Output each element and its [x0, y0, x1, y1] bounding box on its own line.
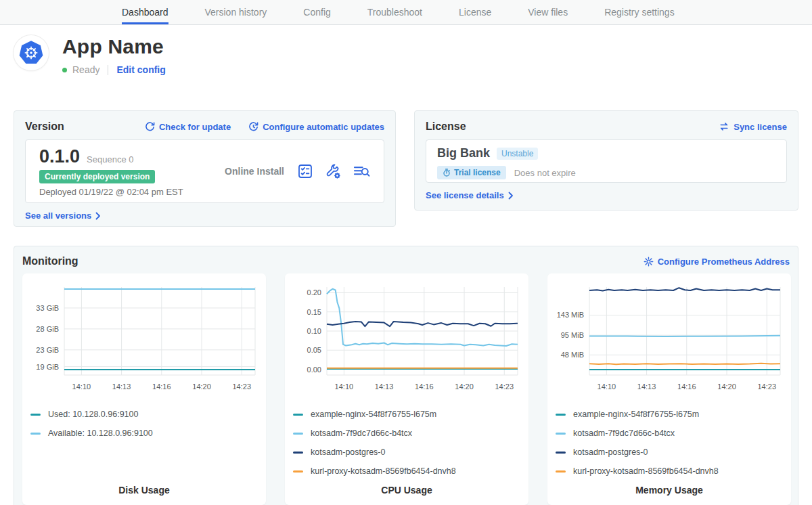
svg-text:14:23: 14:23: [495, 382, 514, 391]
logs-search-icon[interactable]: [353, 164, 370, 179]
chart-title: CPU Usage: [293, 485, 520, 496]
svg-text:14:20: 14:20: [717, 382, 736, 391]
edit-config-link[interactable]: Edit config: [116, 64, 165, 75]
check-for-update-link[interactable]: Check for update: [145, 122, 231, 132]
see-license-details-link[interactable]: See license details: [426, 190, 514, 200]
version-number: 0.1.0: [39, 146, 80, 167]
svg-text:14:20: 14:20: [455, 382, 474, 391]
page-title: App Name: [62, 35, 166, 58]
license-card: License Sync license Big Bank Unstable: [414, 110, 798, 211]
sync-icon: [719, 122, 729, 131]
legend-item: Available: 10.128.0.96:9100: [30, 424, 258, 443]
svg-text:14:10: 14:10: [335, 382, 354, 391]
svg-text:14:13: 14:13: [637, 382, 656, 391]
monitoring-title: Monitoring: [22, 255, 78, 267]
refresh-icon: [145, 122, 155, 132]
svg-text:14:16: 14:16: [415, 382, 434, 391]
legend-swatch: [293, 433, 303, 435]
tab-registry-settings[interactable]: Registry settings: [604, 0, 674, 24]
legend-item: kurl-proxy-kotsadm-8569fb6454-dnvh8: [556, 462, 783, 481]
legend-swatch: [556, 414, 566, 416]
svg-text:14:16: 14:16: [152, 382, 171, 391]
svg-text:95 MiB: 95 MiB: [561, 331, 584, 339]
legend-item: kotsadm-postgres-0: [293, 443, 520, 462]
top-nav: Dashboard Version history Config Trouble…: [0, 0, 812, 25]
legend-swatch: [293, 470, 303, 473]
legend-swatch: [556, 470, 566, 473]
legend-item: kotsadm-7f9dc7d66c-b4tcx: [293, 424, 520, 443]
legend-swatch: [556, 452, 566, 454]
sequence-label: Sequence 0: [87, 154, 133, 164]
legend-item: example-nginx-54f8f76755-l675m: [556, 405, 783, 424]
chart-title: Disk Usage: [30, 485, 258, 496]
legend-item: example-nginx-54f8f76755-l675m: [293, 405, 520, 424]
install-type-label: Online Install: [212, 166, 297, 177]
svg-text:14:20: 14:20: [192, 382, 211, 391]
svg-text:14:13: 14:13: [375, 382, 394, 391]
channel-badge: Unstable: [497, 148, 538, 160]
tab-version-history[interactable]: Version history: [205, 0, 267, 24]
license-card-title: License: [426, 120, 466, 133]
legend-label: kotsadm-postgres-0: [311, 447, 385, 457]
legend-swatch: [30, 433, 41, 435]
chevron-right-icon: [508, 192, 514, 200]
license-summary-card: Big Bank Unstable Trial license Does not…: [426, 139, 787, 183]
kubernetes-logo-icon: [14, 35, 49, 70]
version-card: Version Check for update Configure autom…: [14, 110, 396, 227]
svg-text:143 MiB: 143 MiB: [557, 311, 584, 319]
legend-item: kotsadm-postgres-0: [556, 443, 783, 462]
tab-view-files[interactable]: View files: [528, 0, 568, 24]
wrench-gear-icon[interactable]: [325, 164, 341, 179]
chart-title: Memory Usage: [556, 485, 783, 496]
cards-row: Version Check for update Configure autom…: [0, 110, 812, 227]
preflight-checklist-icon[interactable]: [297, 163, 313, 179]
legend-swatch: [293, 452, 303, 454]
svg-text:19 GiB: 19 GiB: [36, 363, 59, 371]
trial-license-badge: Trial license: [437, 166, 506, 179]
version-card-title: Version: [25, 120, 64, 133]
svg-text:33 GiB: 33 GiB: [36, 304, 59, 312]
svg-text:0.10: 0.10: [307, 327, 321, 335]
divider: [108, 65, 108, 75]
legend-label: example-nginx-54f8f76755-l675m: [573, 410, 699, 419]
configure-automatic-updates-link[interactable]: Configure automatic updates: [248, 122, 384, 132]
chevron-right-icon: [95, 212, 101, 220]
svg-text:14:13: 14:13: [112, 382, 131, 391]
status-dot: [62, 68, 67, 72]
legend-item: kotsadm-7f9dc7d66c-b4tcx: [556, 424, 783, 443]
svg-text:0.05: 0.05: [307, 346, 321, 354]
legend-label: kurl-proxy-kotsadm-8569fb6454-dnvh8: [573, 466, 719, 476]
svg-text:14:16: 14:16: [677, 382, 696, 391]
disk-usage-chart: 14:1014:1314:1614:2014:2319 GiB23 GiB28 …: [30, 280, 258, 397]
legend-swatch: [556, 433, 566, 435]
tab-dashboard[interactable]: Dashboard: [122, 0, 168, 24]
customer-name: Big Bank: [437, 146, 490, 160]
memory-usage-card: 14:1014:1314:1614:2014:2348 MiB95 MiB143…: [547, 273, 791, 505]
see-all-versions-link[interactable]: See all versions: [25, 211, 101, 221]
current-version-card: 0.1.0 Sequence 0 Currently deployed vers…: [25, 139, 384, 203]
tab-troubleshoot[interactable]: Troubleshoot: [367, 0, 422, 24]
svg-text:0.15: 0.15: [307, 308, 321, 316]
legend-label: Used: 10.128.0.96:9100: [48, 410, 138, 419]
svg-text:14:23: 14:23: [757, 382, 776, 391]
clock-refresh-icon: [248, 122, 258, 132]
sync-license-link[interactable]: Sync license: [719, 122, 787, 132]
deployed-badge: Currently deployed version: [39, 170, 155, 183]
legend-label: kurl-proxy-kotsadm-8569fb6454-dnvh8: [311, 466, 456, 476]
svg-text:14:23: 14:23: [232, 382, 251, 391]
tab-config[interactable]: Config: [303, 0, 330, 24]
legend-label: kotsadm-7f9dc7d66c-b4tcx: [573, 429, 675, 438]
memory-usage-chart: 14:1014:1314:1614:2014:2348 MiB95 MiB143…: [556, 280, 783, 397]
legend-swatch: [293, 414, 303, 416]
app-header: App Name Ready Edit config: [0, 25, 812, 95]
svg-text:48 MiB: 48 MiB: [561, 351, 584, 359]
legend-label: kotsadm-postgres-0: [573, 447, 648, 457]
tab-license[interactable]: License: [459, 0, 491, 24]
svg-text:14:10: 14:10: [72, 382, 91, 391]
stopwatch-icon: [443, 169, 451, 177]
legend-label: Available: 10.128.0.96:9100: [48, 429, 153, 438]
gear-icon: [644, 257, 654, 267]
configure-prometheus-link[interactable]: Configure Prometheus Address: [644, 257, 790, 267]
svg-text:14:10: 14:10: [597, 382, 616, 391]
cpu-usage-card: 14:1014:1314:1614:2014:230.000.050.100.1…: [285, 273, 528, 505]
